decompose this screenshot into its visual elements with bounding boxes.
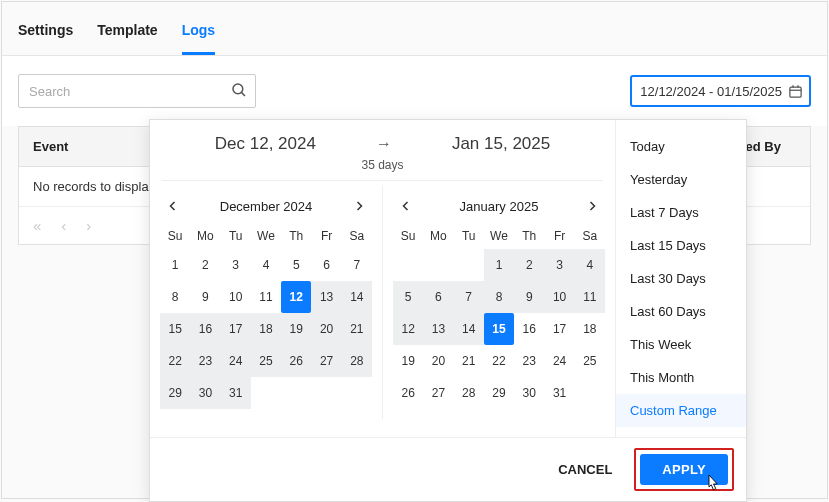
pager-prev[interactable]: ‹ [61, 217, 66, 234]
calendar-day[interactable]: 30 [514, 377, 544, 409]
dow-label: Th [514, 225, 544, 249]
calendar-day[interactable]: 25 [251, 345, 281, 377]
calendar-day[interactable]: 21 [342, 313, 372, 345]
calendar-day[interactable]: 29 [160, 377, 190, 409]
calendar-day[interactable]: 2 [190, 249, 220, 281]
calendar-day[interactable]: 26 [393, 377, 423, 409]
calendar-day[interactable]: 24 [221, 345, 251, 377]
calendar-day[interactable]: 4 [251, 249, 281, 281]
preset-option[interactable]: Yesterday [616, 163, 746, 196]
calendar-day[interactable]: 17 [221, 313, 251, 345]
apply-highlight: APPLY [634, 448, 734, 491]
dow-label: Fr [311, 225, 341, 249]
calendar-day[interactable]: 12 [393, 313, 423, 345]
cancel-button[interactable]: CANCEL [550, 456, 620, 483]
search-icon[interactable] [230, 81, 248, 99]
month-right: January 2025 SuMoTuWeThFrSa 123456789101… [382, 185, 615, 419]
calendar-day[interactable]: 31 [221, 377, 251, 409]
calendar-day[interactable]: 7 [342, 249, 372, 281]
preset-option[interactable]: Last 15 Days [616, 229, 746, 262]
dow-label: Tu [454, 225, 484, 249]
calendar-day[interactable]: 16 [514, 313, 544, 345]
calendar-day[interactable]: 26 [281, 345, 311, 377]
calendar-day[interactable]: 9 [190, 281, 220, 313]
date-range-field[interactable]: 12/12/2024 - 01/15/2025 [630, 75, 811, 107]
calendar-day[interactable]: 10 [221, 281, 251, 313]
calendar-day[interactable]: 28 [454, 377, 484, 409]
preset-option[interactable]: Last 7 Days [616, 196, 746, 229]
calendar-day[interactable]: 5 [281, 249, 311, 281]
calendar-day[interactable]: 18 [251, 313, 281, 345]
calendar-day[interactable]: 14 [454, 313, 484, 345]
calendar-day[interactable]: 21 [454, 345, 484, 377]
next-month-left-button[interactable] [348, 195, 370, 217]
preset-option[interactable]: Last 30 Days [616, 262, 746, 295]
calendar-day[interactable]: 4 [575, 249, 605, 281]
calendar-day[interactable]: 27 [311, 345, 341, 377]
calendar-day[interactable]: 30 [190, 377, 220, 409]
calendar-day[interactable]: 1 [484, 249, 514, 281]
dow-label: Fr [544, 225, 574, 249]
calendar-day[interactable]: 25 [575, 345, 605, 377]
preset-option[interactable]: Last 60 Days [616, 295, 746, 328]
calendar-day[interactable]: 18 [575, 313, 605, 345]
calendar-day[interactable]: 15 [160, 313, 190, 345]
dow-label: Mo [190, 225, 220, 249]
calendar-day[interactable]: 5 [393, 281, 423, 313]
calendar-day[interactable]: 13 [311, 281, 341, 313]
calendar-day[interactable]: 8 [484, 281, 514, 313]
prev-month-right-button[interactable] [395, 195, 417, 217]
calendar-day[interactable]: 16 [190, 313, 220, 345]
prev-month-button[interactable] [162, 195, 184, 217]
calendar-day[interactable]: 7 [454, 281, 484, 313]
dow-label: We [251, 225, 281, 249]
calendar-day[interactable]: 6 [311, 249, 341, 281]
tab-logs[interactable]: Logs [182, 22, 215, 55]
svg-rect-2 [790, 87, 801, 97]
range-header: Dec 12, 2024 → Jan 15, 2025 35 days [150, 120, 615, 185]
calendar-day[interactable]: 11 [575, 281, 605, 313]
calendar-day[interactable]: 10 [544, 281, 574, 313]
calendar-day[interactable]: 20 [311, 313, 341, 345]
dow-label: Mo [423, 225, 453, 249]
tab-settings[interactable]: Settings [18, 22, 73, 55]
calendar-day[interactable]: 3 [544, 249, 574, 281]
calendar-day[interactable]: 17 [544, 313, 574, 345]
next-month-button[interactable] [581, 195, 603, 217]
calendar-day[interactable]: 24 [544, 345, 574, 377]
calendar-day[interactable]: 27 [423, 377, 453, 409]
preset-option[interactable]: Custom Range [616, 394, 746, 427]
calendar-day[interactable]: 9 [514, 281, 544, 313]
dow-label: Su [393, 225, 423, 249]
calendar-day[interactable]: 1 [160, 249, 190, 281]
month-left-title: December 2024 [220, 199, 313, 214]
calendar-day[interactable]: 14 [342, 281, 372, 313]
apply-button[interactable]: APPLY [640, 454, 728, 485]
calendar-day[interactable]: 15 [484, 313, 514, 345]
preset-option[interactable]: This Month [616, 361, 746, 394]
search-input[interactable] [18, 74, 256, 108]
pager-first[interactable]: « [33, 217, 41, 234]
calendar-day[interactable]: 6 [423, 281, 453, 313]
calendar-day[interactable]: 19 [281, 313, 311, 345]
calendar-day[interactable]: 22 [484, 345, 514, 377]
preset-option[interactable]: Today [616, 130, 746, 163]
calendar-day[interactable]: 29 [484, 377, 514, 409]
calendar-day[interactable]: 3 [221, 249, 251, 281]
arrow-right-icon: → [376, 135, 392, 153]
calendar-day[interactable]: 12 [281, 281, 311, 313]
calendar-day[interactable]: 11 [251, 281, 281, 313]
calendar-day[interactable]: 2 [514, 249, 544, 281]
calendar-day[interactable]: 20 [423, 345, 453, 377]
calendar-day[interactable]: 28 [342, 345, 372, 377]
calendar-day[interactable]: 22 [160, 345, 190, 377]
calendar-day[interactable]: 23 [514, 345, 544, 377]
preset-option[interactable]: This Week [616, 328, 746, 361]
calendar-day[interactable]: 19 [393, 345, 423, 377]
calendar-day[interactable]: 23 [190, 345, 220, 377]
calendar-day[interactable]: 13 [423, 313, 453, 345]
pager-next[interactable]: › [86, 217, 91, 234]
tab-template[interactable]: Template [97, 22, 157, 55]
calendar-day[interactable]: 8 [160, 281, 190, 313]
calendar-day[interactable]: 31 [544, 377, 574, 409]
